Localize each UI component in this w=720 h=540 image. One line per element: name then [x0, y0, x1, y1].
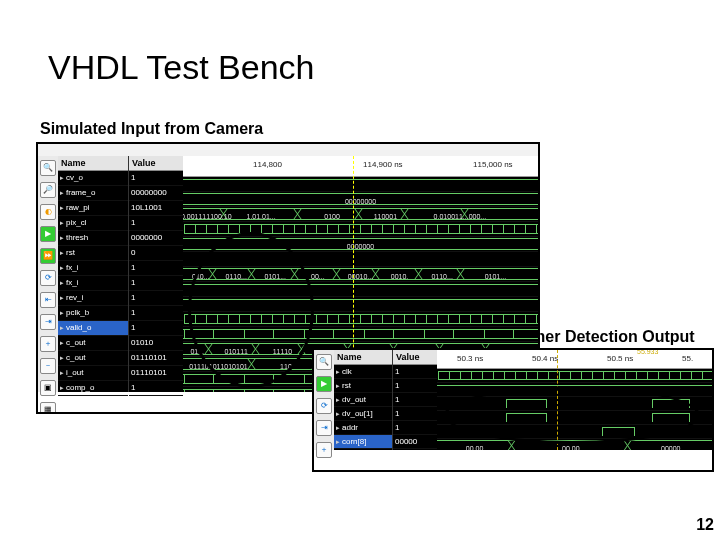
zoom-in-icon[interactable]: 🔍: [316, 354, 332, 370]
cursor-time: 55.933: [637, 350, 658, 355]
signal-value: 01110101: [129, 366, 183, 381]
slide-title: VHDL Test Bench: [48, 48, 314, 87]
cursor-icon[interactable]: ◐: [40, 204, 56, 220]
signal-name[interactable]: comp_o: [58, 381, 128, 396]
signal-value: 1: [129, 291, 183, 306]
signal-name[interactable]: pix_cl: [58, 216, 128, 231]
wave-row: 010... 0110... 0101... 00... 00010... 00…: [183, 267, 538, 282]
signal-name[interactable]: rst: [58, 246, 128, 261]
signal-name-column: Name cv_o frame_o raw_pi pix_cl thresh r…: [58, 156, 128, 392]
signal-name[interactable]: addr: [334, 421, 392, 435]
signal-name[interactable]: dv_ou[1]: [334, 407, 392, 421]
signal-name[interactable]: raw_pi: [58, 201, 128, 216]
ruler-tick: 55.: [682, 354, 693, 363]
ruler-tick: 50.5 ns: [607, 354, 633, 363]
signal-name[interactable]: i_out: [58, 366, 128, 381]
signal-value: 1: [129, 261, 183, 276]
signal-name[interactable]: fx_i: [58, 261, 128, 276]
wave-row: 00000000: [183, 192, 538, 207]
signal-name[interactable]: cv_o: [58, 171, 128, 186]
signal-value-column: Value 1 00000000 10L1001 1 0000000 0 1 1…: [128, 156, 183, 392]
zoom-in-icon[interactable]: 🔍: [40, 160, 56, 176]
ruler-tick: 115,000 ns: [473, 160, 513, 169]
wave-row: [183, 177, 538, 192]
run-icon[interactable]: ▶: [316, 376, 332, 392]
wave-row: [437, 411, 712, 425]
restart-icon[interactable]: ⟳: [40, 270, 56, 286]
signal-name-column: Name clk rst dv_out dv_ou[1] addr corn[8…: [334, 350, 392, 450]
signal-value: 1: [129, 381, 183, 396]
ruler-tick: 50.4 ns: [532, 354, 558, 363]
signal-value: 00000000: [129, 186, 183, 201]
run-icon[interactable]: ▶: [40, 226, 56, 242]
wave-row: [183, 252, 538, 267]
next-icon[interactable]: ⇥: [40, 314, 56, 330]
wave-row: [437, 383, 712, 397]
restart-icon[interactable]: ⟳: [316, 398, 332, 414]
name-header: Name: [334, 350, 392, 365]
signal-name[interactable]: corn[8]: [334, 435, 392, 449]
wave-row: 00.00. 00.00. 00000: [437, 439, 712, 450]
zoom-out-icon[interactable]: 🔎: [40, 182, 56, 198]
signal-value: 1: [129, 216, 183, 231]
wave-row: [437, 369, 712, 383]
expand-icon[interactable]: ▦: [40, 402, 56, 414]
wave-row: [183, 297, 538, 312]
ruler-tick: 50.3 ns: [457, 354, 483, 363]
next-icon[interactable]: ⇥: [316, 420, 332, 436]
signal-name[interactable]: clk: [334, 365, 392, 379]
wave-row: [183, 312, 538, 327]
collapse-icon[interactable]: ▣: [40, 380, 56, 396]
signal-value: 01010: [129, 336, 183, 351]
name-header: Name: [58, 156, 128, 171]
signal-value: 1: [393, 379, 437, 393]
wave-toolbar: 🔍 🔎 ◐ ▶ ⏩ ⟳ ⇤ ⇥ ＋ － ▣ ▦: [38, 156, 58, 392]
wave-row: [183, 327, 538, 342]
signal-name[interactable]: rst: [334, 379, 392, 393]
signal-name[interactable]: fx_i: [58, 276, 128, 291]
signal-name[interactable]: c_out: [58, 351, 128, 366]
wave-row: 0000000: [183, 237, 538, 252]
time-ruler: 55.933 50.3 ns 50.4 ns 50.5 ns 55.: [437, 350, 712, 369]
signal-value: 00000: [393, 435, 437, 449]
add-icon[interactable]: ＋: [40, 336, 56, 352]
signal-value: 1: [129, 171, 183, 186]
signal-value: 1: [393, 365, 437, 379]
signal-name[interactable]: pclk_b: [58, 306, 128, 321]
wave-row: [183, 222, 538, 237]
signal-value: 1: [129, 306, 183, 321]
ruler-tick: 114,900 ns: [363, 160, 403, 169]
wave-row: [437, 397, 712, 411]
signal-name[interactable]: c_out: [58, 336, 128, 351]
page-number: 12: [696, 516, 714, 534]
step-icon[interactable]: ⏩: [40, 248, 56, 264]
wave-row: [437, 425, 712, 439]
signal-value: 0000000: [129, 231, 183, 246]
signal-value-column: Value 1 1 1 1 1 00000: [392, 350, 437, 450]
time-ruler: 114,893.633 ns 114,800 114,900 ns 115,00…: [183, 156, 538, 177]
signal-value: 0: [129, 246, 183, 261]
signal-name[interactable]: dv_out: [334, 393, 392, 407]
signal-value: 1: [129, 321, 183, 336]
signal-value: 1: [393, 421, 437, 435]
time-cursor[interactable]: [557, 350, 558, 450]
ruler-tick: 114,800: [253, 160, 282, 169]
value-header: Value: [129, 156, 183, 171]
signal-value: 1: [129, 276, 183, 291]
signal-value: 1: [393, 393, 437, 407]
value-header: Value: [393, 350, 437, 365]
signal-value: 10L1001: [129, 201, 183, 216]
signal-name[interactable]: valid_o: [58, 321, 128, 336]
signal-name[interactable]: rev_i: [58, 291, 128, 306]
wave-row: 10.001111100.10 1.01.01... 0100 110001 0…: [183, 207, 538, 222]
signal-name[interactable]: thresh: [58, 231, 128, 246]
signal-value: 01110101: [129, 351, 183, 366]
remove-icon[interactable]: －: [40, 358, 56, 374]
signal-name[interactable]: frame_o: [58, 186, 128, 201]
caption-input: Simulated Input from Camera: [40, 120, 263, 138]
waveform-viewer-output: 🔍 ▶ ⟳ ⇥ ＋ Name clk rst dv_out dv_ou[1] a…: [312, 348, 714, 472]
signal-value: 1: [393, 407, 437, 421]
waveform-canvas[interactable]: 55.933 50.3 ns 50.4 ns 50.5 ns 55.: [437, 350, 712, 450]
add-icon[interactable]: ＋: [316, 442, 332, 458]
prev-icon[interactable]: ⇤: [40, 292, 56, 308]
